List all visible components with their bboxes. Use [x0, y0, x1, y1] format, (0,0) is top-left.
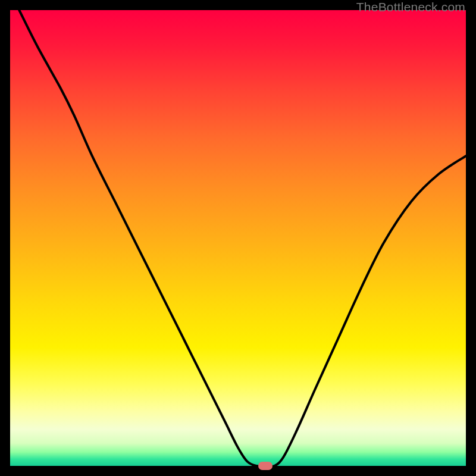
watermark-text: TheBottleneck.com	[356, 0, 465, 14]
bottleneck-curve	[10, 10, 466, 466]
plot-area	[10, 10, 466, 466]
chart-frame: TheBottleneck.com	[0, 0, 476, 476]
optimal-point-marker	[258, 462, 273, 470]
